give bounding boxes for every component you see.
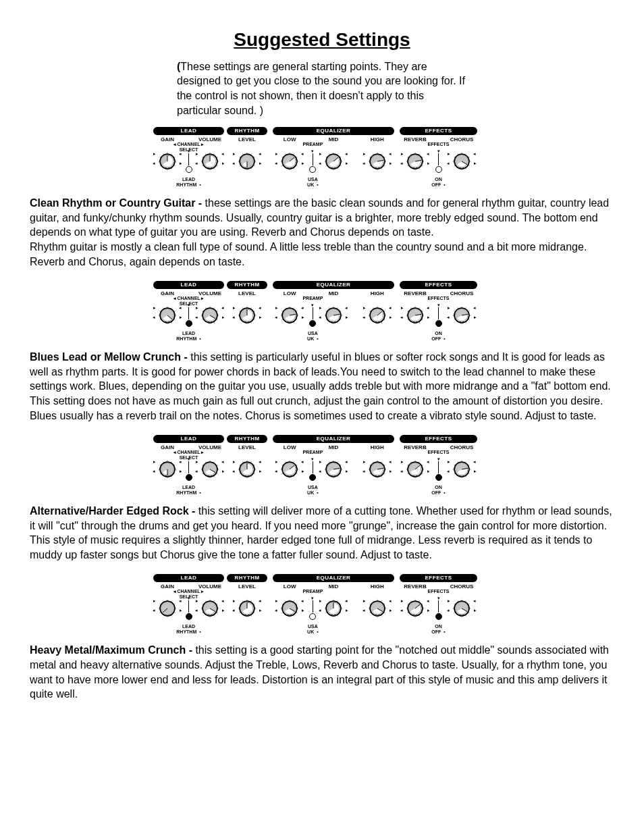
svg-line-252 bbox=[174, 473, 175, 474]
knob-gain[interactable]: ▸ ◂ ◂ ▸ bbox=[157, 459, 178, 479]
knob-mid[interactable]: ▸ ◂ ◂ ▸ bbox=[323, 305, 344, 325]
knob-chorus[interactable]: ▸ ◂ ◂ ▸ bbox=[452, 598, 472, 619]
svg-line-364 bbox=[159, 613, 160, 613]
switch-preamp[interactable]: ▾ bbox=[309, 304, 316, 327]
svg-line-6 bbox=[159, 157, 160, 158]
knob-volume[interactable]: ▸ ◂ ◂ ▸ bbox=[200, 459, 220, 479]
knob-reverb[interactable]: ▸ ◂ ◂ ▸ bbox=[405, 151, 425, 172]
svg-line-82 bbox=[373, 154, 373, 155]
svg-line-439 bbox=[369, 613, 370, 613]
knob-mid[interactable]: ▸ ◂ ◂ ▸ bbox=[323, 598, 344, 619]
knob-low[interactable]: ▸ ◂ ◂ ▸ bbox=[279, 598, 300, 619]
knob-level[interactable]: ▸ ◂ ◂ ▸ bbox=[237, 305, 257, 325]
amp-panel: LEAD GAIN CHANNELSELECT VOLUME ▸ ◂ ◂ ▸ ▾… bbox=[153, 574, 491, 637]
svg-line-235 bbox=[468, 311, 469, 311]
svg-line-259 bbox=[202, 473, 203, 474]
svg-line-87 bbox=[384, 165, 385, 166]
group-lead: LEAD GAIN CHANNELSELECT VOLUME ▸ ◂ ◂ ▸ ▾… bbox=[153, 281, 224, 344]
knob-chorus[interactable]: ▸ ◂ ◂ ▸ bbox=[452, 305, 472, 325]
svg-line-129 bbox=[171, 308, 172, 309]
svg-line-25 bbox=[217, 157, 217, 158]
knob-level[interactable]: ▸ ◂ ◂ ▸ bbox=[237, 151, 257, 172]
svg-line-124 bbox=[159, 319, 160, 320]
knob-high[interactable]: ▸ ◂ ◂ ▸ bbox=[367, 151, 387, 172]
knob-gain[interactable]: ▸ ◂ ◂ ▸ bbox=[157, 598, 178, 619]
label-level: LEVEL bbox=[238, 290, 256, 297]
svg-line-27 bbox=[217, 165, 217, 166]
svg-line-414 bbox=[294, 601, 294, 602]
knob-reverb[interactable]: ▸ ◂ ◂ ▸ bbox=[405, 459, 425, 479]
knob-mid[interactable]: ▸ ◂ ◂ ▸ bbox=[323, 151, 344, 172]
switch-channel[interactable]: ▾ bbox=[186, 458, 192, 481]
svg-line-276 bbox=[239, 465, 240, 465]
label-mid: MID bbox=[329, 290, 339, 297]
knob-low[interactable]: ▸ ◂ ◂ ▸ bbox=[279, 151, 300, 172]
knob-low[interactable]: ▸ ◂ ◂ ▸ bbox=[279, 459, 300, 479]
svg-line-171 bbox=[282, 311, 283, 311]
svg-line-234 bbox=[466, 308, 466, 309]
svg-line-133 bbox=[171, 322, 172, 323]
knob-chorus[interactable]: ▸ ◂ ◂ ▸ bbox=[452, 151, 472, 172]
svg-line-246 bbox=[159, 465, 160, 465]
switch-channel[interactable]: ▾ bbox=[186, 304, 192, 327]
knob-low[interactable]: ▸ ◂ ◂ ▸ bbox=[279, 305, 300, 325]
svg-line-96 bbox=[407, 157, 408, 158]
knob-gain[interactable]: ▸ ◂ ◂ ▸ bbox=[157, 305, 178, 325]
svg-line-154 bbox=[239, 319, 240, 320]
group-rhythm: RHYTHM LEVEL ▸ ◂ ◂ ▸ bbox=[227, 574, 267, 637]
svg-line-160 bbox=[254, 311, 254, 311]
svg-line-253 bbox=[171, 476, 172, 477]
switch-preamp[interactable]: ▾ bbox=[309, 458, 316, 481]
svg-line-444 bbox=[381, 601, 382, 602]
switch-channel[interactable]: ▾ bbox=[186, 597, 192, 620]
header-rhythm: RHYTHM bbox=[227, 435, 267, 443]
svg-line-448 bbox=[381, 616, 382, 617]
knob-reverb[interactable]: ▸ ◂ ◂ ▸ bbox=[405, 598, 425, 619]
label-low: LOW bbox=[284, 136, 296, 143]
svg-line-34 bbox=[239, 165, 240, 166]
header-effects: EFFECTS bbox=[400, 435, 477, 443]
svg-line-79 bbox=[369, 165, 370, 166]
switch-channel[interactable]: ▾ bbox=[186, 150, 192, 173]
knob-level[interactable]: ▸ ◂ ◂ ▸ bbox=[237, 459, 257, 479]
svg-line-64 bbox=[325, 165, 326, 166]
label-mid: MID bbox=[329, 583, 339, 590]
switch-effects[interactable]: ▾ bbox=[435, 304, 442, 327]
knob-level[interactable]: ▸ ◂ ◂ ▸ bbox=[237, 598, 257, 619]
svg-line-277 bbox=[242, 462, 243, 463]
knob-high[interactable]: ▸ ◂ ◂ ▸ bbox=[367, 598, 387, 619]
svg-line-145 bbox=[217, 311, 217, 311]
svg-line-282 bbox=[254, 473, 254, 474]
svg-line-403 bbox=[251, 616, 252, 617]
switch-effects[interactable]: ▾ bbox=[435, 458, 442, 481]
knob-gain[interactable]: ▸ ◂ ◂ ▸ bbox=[157, 151, 178, 172]
switch-preamp[interactable]: ▾ bbox=[309, 597, 316, 620]
knob-chorus[interactable]: ▸ ◂ ◂ ▸ bbox=[452, 459, 472, 479]
switch-effects[interactable]: ▾ bbox=[435, 597, 442, 620]
knob-mid[interactable]: ▸ ◂ ◂ ▸ bbox=[323, 459, 344, 479]
svg-line-69 bbox=[338, 154, 338, 155]
knob-high[interactable]: ▸ ◂ ◂ ▸ bbox=[367, 459, 387, 479]
svg-line-441 bbox=[369, 604, 370, 605]
svg-line-471 bbox=[454, 604, 454, 605]
switch-preamp[interactable]: ▾ bbox=[309, 150, 316, 173]
svg-line-264 bbox=[214, 462, 215, 463]
header-equalizer: EQUALIZER bbox=[273, 435, 394, 443]
knob-volume[interactable]: ▸ ◂ ◂ ▸ bbox=[200, 598, 220, 619]
svg-line-319 bbox=[369, 473, 370, 474]
svg-line-157 bbox=[242, 308, 243, 309]
svg-line-178 bbox=[294, 322, 294, 323]
knob-reverb[interactable]: ▸ ◂ ◂ ▸ bbox=[405, 305, 425, 325]
knob-volume[interactable]: ▸ ◂ ◂ ▸ bbox=[200, 305, 220, 325]
knob-high[interactable]: ▸ ◂ ◂ ▸ bbox=[367, 305, 387, 325]
svg-line-289 bbox=[282, 473, 283, 474]
svg-line-250 bbox=[174, 465, 175, 465]
svg-line-229 bbox=[454, 319, 454, 320]
svg-line-372 bbox=[174, 613, 175, 613]
svg-line-37 bbox=[242, 154, 243, 155]
knob-volume[interactable]: ▸ ◂ ◂ ▸ bbox=[200, 151, 220, 172]
svg-line-336 bbox=[407, 465, 408, 465]
label-low: LOW bbox=[284, 583, 296, 590]
svg-line-186 bbox=[325, 311, 326, 311]
switch-effects[interactable]: ▾ bbox=[435, 150, 442, 173]
